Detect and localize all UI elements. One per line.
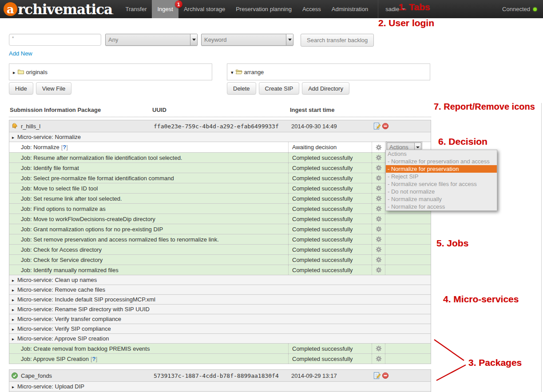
job-row[interactable]: Job: Select pre-normalize file format id…: [9, 173, 431, 183]
remove-icon[interactable]: [382, 123, 389, 130]
add-new-link[interactable]: Add New: [9, 50, 32, 57]
package-header-row[interactable]: Cape_fonds 5739137c-1887-4cdd-b78f-8899a…: [9, 370, 431, 381]
search-transfer-backlog-button[interactable]: Search transfer backlog: [301, 34, 374, 47]
expand-caret-icon[interactable]: [12, 316, 17, 322]
expand-caret-icon[interactable]: [12, 277, 17, 283]
microservice-row[interactable]: Micro-service: Rename SIP directory with…: [9, 304, 431, 314]
gear-icon[interactable]: [376, 345, 382, 352]
gear-icon[interactable]: [376, 236, 382, 242]
expand-caret-icon[interactable]: [12, 383, 17, 390]
tab-administration[interactable]: Administration: [326, 0, 373, 18]
job-row[interactable]: Job: Approve SIP Creation ? Completed su…: [9, 353, 431, 364]
microservice-row[interactable]: Micro-service: Include default SIP proce…: [9, 294, 431, 304]
annotation-decision: 6. Decision: [438, 136, 488, 147]
connection-status: Connected: [502, 0, 543, 18]
microservice-row[interactable]: Micro-service: Clean up names: [9, 275, 431, 285]
job-status: Completed successfully: [288, 234, 372, 244]
job-row[interactable]: Job: Resume after normalization file ide…: [9, 152, 431, 162]
select-arrow-icon[interactable]: [286, 34, 293, 45]
microservice-row[interactable]: Micro-service: Upload DIP: [9, 381, 431, 391]
menu-option-selected[interactable]: - Normalize for preservation: [386, 165, 497, 173]
expand-caret-icon[interactable]: [12, 306, 17, 313]
tab-access[interactable]: Access: [297, 0, 326, 18]
annotation-user-login: 2. User login: [378, 18, 434, 28]
job-row[interactable]: Job: Check for Service directory Complet…: [9, 254, 431, 265]
sip-table: Submission Information Package UUID Inge…: [9, 106, 431, 392]
job-row[interactable]: Job: Set resume link after tool selected…: [9, 193, 431, 203]
job-row-normalize-decision[interactable]: Job: Normalize ? Awaiting decision Actio…: [9, 142, 431, 152]
report-icon[interactable]: [373, 372, 380, 379]
menu-option[interactable]: - Normalize manually: [386, 195, 497, 203]
gear-icon[interactable]: [376, 175, 382, 181]
expand-caret-icon[interactable]: [12, 286, 17, 293]
archivematica-logo[interactable]: a rchivematica .: [0, 0, 120, 18]
delete-button[interactable]: Delete: [227, 82, 256, 95]
microservice-row[interactable]: Micro-service: Remove cache files: [9, 285, 431, 294]
gear-icon[interactable]: [376, 267, 382, 273]
annotation-tabs: 1. Tabs: [399, 2, 430, 12]
job-row[interactable]: Job: Move to workFlowDecisions-createDip…: [9, 214, 431, 224]
job-row[interactable]: Job: Grant normalization options for no …: [9, 224, 431, 234]
tree-caret-closed-icon[interactable]: [13, 69, 16, 75]
gear-icon[interactable]: [376, 356, 382, 362]
hide-button[interactable]: Hide: [9, 82, 33, 95]
job-row[interactable]: Job: Identify file format Completed succ…: [9, 162, 431, 173]
arrange-tree-root[interactable]: arrange: [231, 68, 430, 75]
top-navbar: a rchivematica . Transfer Ingest 1 Archi…: [0, 0, 543, 18]
arrangement-panels: originals Hide View File arrange Delete …: [9, 63, 543, 95]
expand-caret-icon[interactable]: [12, 325, 17, 332]
gear-icon[interactable]: [376, 257, 382, 263]
add-directory-button[interactable]: Add Directory: [302, 82, 349, 95]
gear-icon[interactable]: [376, 144, 382, 150]
report-icon[interactable]: [373, 123, 380, 130]
microservice-row-normalize[interactable]: Micro-service: Normalize: [9, 132, 431, 142]
job-status: Completed successfully: [288, 194, 372, 203]
search-field-select[interactable]: Any: [105, 34, 198, 46]
tab-archival-storage-label: Archival storage: [184, 6, 225, 12]
job-row[interactable]: Job: Move to select file ID tool Complet…: [9, 183, 431, 193]
menu-option[interactable]: - Do not normalize: [386, 188, 497, 195]
view-file-button[interactable]: View File: [36, 82, 72, 95]
tab-archival-storage[interactable]: Archival storage: [178, 0, 230, 18]
gear-icon[interactable]: [376, 216, 382, 222]
select-arrow-icon[interactable]: [190, 34, 197, 45]
tab-preservation-planning[interactable]: Preservation planning: [230, 0, 297, 18]
gear-icon[interactable]: [376, 226, 382, 232]
tree-caret-open-icon[interactable]: [231, 69, 234, 75]
search-query-input[interactable]: *: [9, 34, 101, 46]
gear-icon[interactable]: [376, 246, 382, 253]
gear-icon[interactable]: [376, 185, 382, 191]
originals-folder-label: originals: [26, 69, 48, 75]
job-row[interactable]: Job: Identify manually normalized files …: [9, 265, 431, 275]
menu-option[interactable]: - Normalize for access: [386, 203, 497, 210]
help-question-icon[interactable]: ?: [92, 356, 96, 362]
create-sip-button[interactable]: Create SIP: [259, 82, 300, 95]
originals-tree-root[interactable]: originals: [13, 68, 212, 75]
microservice-row[interactable]: Micro-service: Approve SIP creation: [9, 333, 431, 343]
tab-ingest[interactable]: Ingest 1: [152, 0, 178, 18]
job-row[interactable]: Job: Set remove preservation and access …: [9, 234, 431, 244]
job-row[interactable]: Job: Create removal from backlog PREMIS …: [9, 343, 431, 353]
gear-icon[interactable]: [376, 165, 382, 171]
search-type-select[interactable]: Keyword: [201, 34, 293, 46]
tab-transfer[interactable]: Transfer: [120, 0, 152, 18]
menu-option[interactable]: - Normalize service files for access: [386, 180, 497, 188]
search-field-value: Any: [106, 36, 118, 43]
gear-icon[interactable]: [376, 195, 382, 202]
package-header-row[interactable]: r_hills_l ffa0e23e-759c-4b4d-a292-efab64…: [9, 120, 431, 132]
menu-option[interactable]: Actions: [386, 150, 497, 158]
microservice-label: Micro-service: Rename SIP directory with…: [17, 306, 150, 313]
help-question-icon[interactable]: ?: [63, 144, 66, 150]
menu-option[interactable]: - Reject SIP: [386, 173, 497, 180]
microservice-row[interactable]: Micro-service: Verify SIP compliance: [9, 324, 431, 333]
expand-caret-icon[interactable]: [12, 134, 17, 140]
job-row[interactable]: Job: Check for Access directory Complete…: [9, 244, 431, 254]
menu-option[interactable]: - Normalize for preservation and access: [386, 158, 497, 165]
microservice-row[interactable]: Micro-service: Verify transfer complianc…: [9, 314, 431, 324]
expand-caret-icon[interactable]: [12, 296, 17, 303]
expand-caret-icon[interactable]: [12, 335, 17, 342]
gear-icon[interactable]: [376, 154, 382, 161]
remove-icon[interactable]: [382, 372, 389, 379]
gear-icon[interactable]: [376, 206, 382, 212]
job-row[interactable]: Job: Find options to normalize as Comple…: [9, 203, 431, 214]
